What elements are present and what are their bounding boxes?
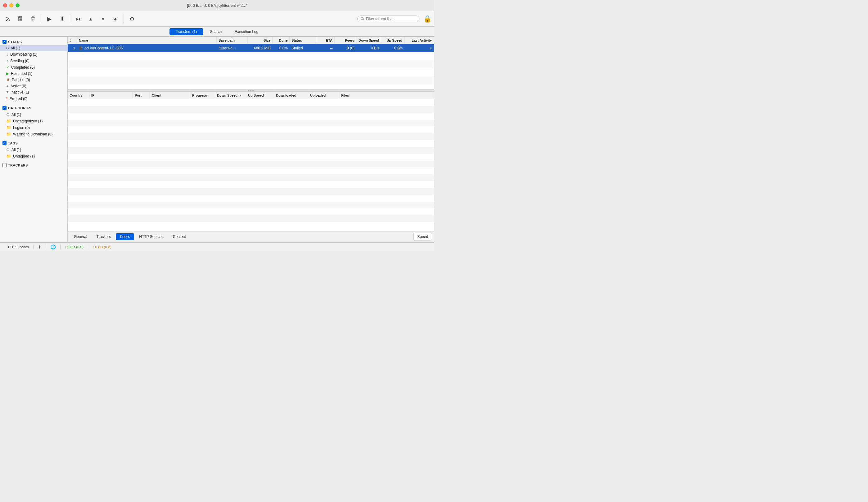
pause-all-button[interactable]: ⏸ — [56, 13, 68, 24]
col-header-down[interactable]: Down Speed — [356, 37, 381, 44]
peer-col-port[interactable]: Port — [133, 92, 150, 99]
sidebar-item-active[interactable]: Active (0) — [0, 83, 68, 89]
traffic-lights — [3, 3, 20, 8]
dl-speed-label: ↓ 0 B/s (0 B) — [65, 245, 84, 249]
tab-search[interactable]: Search — [204, 28, 228, 35]
peer-col-progress[interactable]: Progress — [190, 92, 215, 99]
peer-col-downspeed[interactable]: Down Speed ▼ — [215, 92, 246, 99]
col-header-done[interactable]: Done — [272, 37, 290, 44]
col-header-last[interactable]: Last Activity — [404, 37, 434, 44]
torrent-row[interactable]: 1 ccLiveContent-1.0-i386 /Users/o... 686… — [68, 44, 434, 52]
sidebar-tags-header[interactable]: ✓ TAGS — [0, 140, 68, 146]
btab-content[interactable]: Content — [168, 233, 190, 240]
tab-execution-log[interactable]: Execution Log — [228, 28, 265, 35]
col-header-peers[interactable]: Peers — [335, 37, 356, 44]
sidebar-item-uncategorized[interactable]: 📁 Uncategorized (1) — [0, 118, 68, 124]
tags-checkbox[interactable]: ✓ — [2, 141, 7, 145]
peer-col-downloaded[interactable]: Downloaded — [274, 92, 308, 99]
sidebar-item-inactive[interactable]: Inactive (1) — [0, 89, 68, 96]
status-checkbox[interactable]: ✓ — [2, 40, 7, 44]
td-num-1: 1 — [68, 44, 77, 52]
toolbar: ▶ ⏸ ⏮ ▲ ▼ ⏭ ⚙ 🔒 — [0, 11, 434, 27]
sidebar-item-waiting[interactable]: 📁 Waiting to Download (0) — [0, 131, 68, 137]
completed-icon: ✓ — [6, 65, 9, 70]
peer-col-upspeed[interactable]: Up Speed — [246, 92, 274, 99]
col-header-size[interactable]: Size — [248, 37, 272, 44]
sidebar-categories-header[interactable]: ✓ CATEGORIES — [0, 105, 68, 111]
sidebar-trackers-header[interactable]: TRACKERS — [0, 162, 68, 168]
dl-speed-section: ↓ 0 B/s (0 B) — [61, 245, 89, 249]
sidebar-item-resumed[interactable]: ▶ Resumed (1) — [0, 71, 68, 77]
lock-icon: 🔒 — [423, 15, 432, 23]
col-header-name[interactable]: Name — [77, 37, 217, 44]
dht-label: DHT: 0 nodes — [8, 245, 29, 249]
bottom-tabs: General Trackers Peers HTTP Sources Cont… — [68, 231, 434, 242]
upload-icon: ⬆ — [38, 244, 42, 249]
tab-transfers[interactable]: Transfers (1) — [169, 28, 203, 35]
network-icon: 🌐 — [51, 244, 56, 249]
col-header-num[interactable]: # — [68, 37, 77, 44]
sort-arrow-icon: ▼ — [239, 94, 242, 97]
peer-col-client[interactable]: Client — [150, 92, 190, 99]
maximize-button[interactable] — [16, 3, 20, 8]
svg-rect-3 — [32, 17, 33, 17]
td-size-1: 686.2 MiB — [248, 44, 272, 52]
peer-rows — [68, 99, 434, 231]
tag-all-icon: ⊙ — [6, 147, 10, 152]
sidebar-item-completed[interactable]: ✓ Completed (0) — [0, 64, 68, 71]
up-queue-button[interactable]: ▲ — [85, 13, 96, 24]
sidebar-item-cat-all[interactable]: ⊙ All (1) — [0, 111, 68, 118]
btab-http-sources[interactable]: HTTP Sources — [135, 233, 168, 240]
btab-peers[interactable]: Peers — [116, 233, 134, 240]
peer-col-ip[interactable]: IP — [90, 92, 133, 99]
filter-box[interactable] — [357, 16, 420, 22]
sidebar-item-all[interactable]: All (1) — [0, 45, 68, 51]
trackers-checkbox[interactable] — [2, 163, 7, 167]
btab-general[interactable]: General — [70, 233, 92, 240]
paused-icon: ⏸ — [6, 78, 10, 82]
resume-all-button[interactable]: ▶ — [44, 13, 55, 24]
col-header-save[interactable]: Save path — [217, 37, 248, 44]
filter-input[interactable] — [366, 17, 416, 21]
btab-trackers[interactable]: Trackers — [92, 233, 115, 240]
svg-point-0 — [6, 20, 7, 21]
col-header-eta[interactable]: ETA — [316, 37, 335, 44]
sidebar-status-header[interactable]: ✓ STATUS — [0, 39, 68, 45]
categories-checkbox[interactable]: ✓ — [2, 106, 7, 110]
close-button[interactable] — [3, 3, 7, 8]
toolbar-separator-1 — [41, 14, 41, 23]
peer-col-uploaded[interactable]: Uploaded — [308, 92, 339, 99]
delete-torrent-button[interactable] — [27, 13, 39, 24]
sidebar-item-untagged[interactable]: 📁 Untagged (1) — [0, 153, 68, 159]
td-save-1: /Users/o... — [217, 44, 248, 52]
td-last-1: ∞ — [404, 44, 434, 52]
peer-col-files[interactable]: Files — [339, 92, 434, 99]
down-queue-button[interactable]: ▼ — [97, 13, 108, 24]
sidebar-item-seeding[interactable]: ↑ Seeding (0) — [0, 58, 68, 64]
sidebar-item-errored[interactable]: ! Errored (0) — [0, 96, 68, 102]
status-bar: DHT: 0 nodes ⬆ 🌐 ↓ 0 B/s (0 B) ↑ 0 B/s (… — [0, 242, 434, 251]
untagged-icon: 📁 — [6, 154, 11, 159]
speed-button[interactable]: Speed — [413, 233, 432, 240]
downloading-icon: ↓ — [6, 52, 8, 57]
bottom-queue-button[interactable]: ⏭ — [110, 13, 121, 24]
col-header-status[interactable]: Status — [290, 37, 316, 44]
td-eta-1: ∞ — [316, 44, 335, 52]
torrent-table-header: # Name Save path Size Done Status ETA Pe… — [68, 37, 434, 44]
add-torrent-file-button[interactable] — [15, 13, 26, 24]
tags-section-label: TAGS — [8, 141, 18, 145]
top-queue-button[interactable]: ⏮ — [73, 13, 84, 24]
network-icon-section: 🌐 — [46, 244, 61, 249]
sidebar-item-paused[interactable]: ⏸ Paused (0) — [0, 77, 68, 83]
sidebar-item-downloading[interactable]: ↓ Downloading (1) — [0, 51, 68, 58]
settings-button[interactable]: ⚙ — [126, 13, 137, 24]
peer-col-country[interactable]: Country — [68, 92, 90, 99]
sidebar-item-legion[interactable]: 📁 Legion (0) — [0, 124, 68, 131]
sidebar-item-tag-all[interactable]: ⊙ All (1) — [0, 146, 68, 153]
col-header-up[interactable]: Up Speed — [381, 37, 404, 44]
rss-button[interactable] — [2, 13, 14, 24]
resize-dots — [246, 90, 256, 91]
minimize-button[interactable] — [9, 3, 13, 8]
all-icon — [6, 47, 9, 49]
ul-speed-label: ↑ 0 B/s (0 B) — [93, 245, 112, 249]
